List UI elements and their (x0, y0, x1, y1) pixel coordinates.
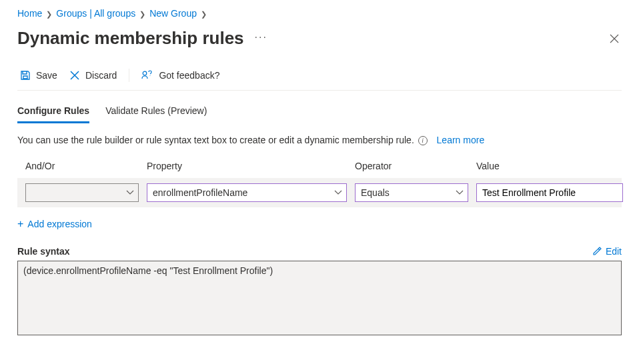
plus-icon: + (17, 218, 23, 230)
feedback-label: Got feedback? (159, 70, 219, 81)
rule-syntax-label: Rule syntax (17, 246, 70, 257)
description: You can use the rule builder or rule syn… (17, 135, 622, 146)
discard-button[interactable]: Discard (67, 67, 119, 83)
breadcrumb: Home ❯ Groups | All groups ❯ New Group ❯ (17, 5, 622, 21)
description-text: You can use the rule builder or rule syn… (17, 135, 414, 145)
value-input[interactable] (476, 183, 623, 202)
info-icon[interactable]: i (418, 136, 428, 145)
save-button[interactable]: Save (17, 67, 60, 83)
header-andor: And/Or (25, 161, 139, 171)
add-expression-label: Add expression (27, 219, 92, 229)
header-operator: Operator (355, 161, 468, 171)
save-label: Save (36, 70, 57, 81)
breadcrumb-new-group[interactable]: New Group (149, 8, 197, 19)
property-value: enrollmentProfileName (153, 187, 247, 198)
property-select[interactable]: enrollmentProfileName (147, 183, 347, 202)
edit-syntax-button[interactable]: Edit (592, 246, 622, 257)
feedback-icon (141, 70, 153, 81)
rule-builder-headers: And/Or Property Operator Value (17, 161, 622, 178)
header-value: Value (476, 161, 623, 171)
tab-validate-rules[interactable]: Validate Rules (Preview) (105, 101, 207, 123)
rule-syntax-textarea[interactable] (17, 261, 622, 335)
chevron-down-icon (456, 190, 464, 195)
save-icon (20, 70, 31, 81)
chevron-right-icon: ❯ (201, 10, 207, 19)
chevron-right-icon: ❯ (139, 10, 145, 19)
edit-label: Edit (606, 246, 622, 257)
learn-more-link[interactable]: Learn more (437, 135, 485, 145)
chevron-down-icon (126, 190, 134, 195)
andor-select[interactable] (25, 183, 139, 202)
tab-configure-rules[interactable]: Configure Rules (17, 101, 89, 123)
breadcrumb-home[interactable]: Home (17, 8, 42, 19)
operator-select[interactable]: Equals (355, 183, 468, 202)
delete-row-button[interactable] (631, 187, 639, 198)
rule-row: enrollmentProfileName Equals (17, 178, 622, 207)
discard-label: Discard (85, 70, 117, 81)
pencil-icon (592, 247, 602, 256)
close-icon[interactable] (607, 31, 622, 46)
discard-icon (69, 70, 80, 81)
svg-point-0 (143, 71, 147, 75)
header-property: Property (147, 161, 347, 171)
toolbar-separator (129, 69, 129, 82)
chevron-right-icon: ❯ (46, 10, 52, 19)
operator-value: Equals (361, 187, 390, 198)
more-icon[interactable]: ··· (255, 31, 267, 43)
page-title: Dynamic membership rules (17, 28, 244, 49)
toolbar: Save Discard Got feedback? (17, 67, 622, 91)
add-expression-button[interactable]: + Add expression (17, 218, 622, 230)
feedback-button[interactable]: Got feedback? (139, 67, 222, 83)
chevron-down-icon (334, 190, 342, 195)
tabs: Configure Rules Validate Rules (Preview) (17, 101, 622, 124)
breadcrumb-groups[interactable]: Groups | All groups (56, 8, 135, 19)
